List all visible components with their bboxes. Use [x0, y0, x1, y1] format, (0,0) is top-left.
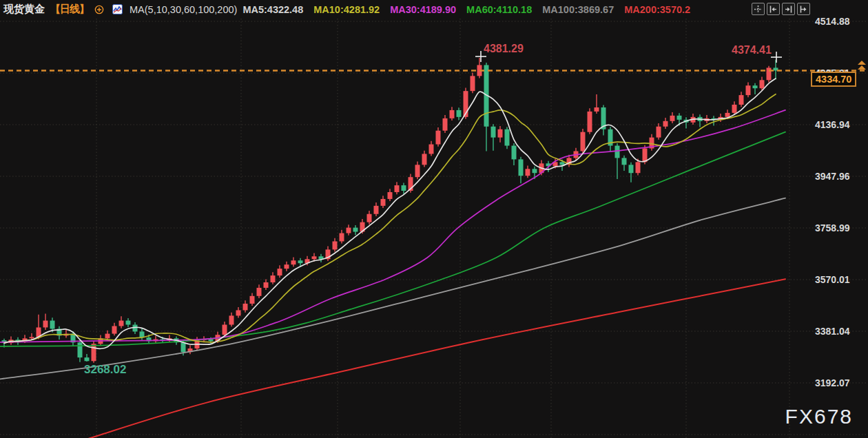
chart-header: 现货黄金 【日线】 MA(5,10,30,60,100,200) MA5:432… — [0, 0, 868, 19]
symbol-name: 现货黄金 — [3, 3, 45, 16]
circle-plus-icon[interactable] — [94, 5, 104, 14]
kline-chart-icon[interactable] — [112, 4, 123, 14]
ma-values-row: MA5:4322.48MA10:4281.92MA30:4189.90MA60:… — [242, 4, 690, 15]
swing-low-label: 3268.02 — [84, 363, 126, 377]
watermark: FX678 — [785, 405, 853, 428]
y-axis-label: 3570.01 — [815, 274, 850, 285]
ma-value-label: MA60:4110.18 — [466, 4, 532, 15]
period-selector[interactable]: 【日线】 — [50, 3, 89, 16]
ma-value-label: MA200:3570.2 — [624, 4, 690, 15]
chart-toolbar — [752, 3, 810, 15]
pan-to-start-icon[interactable] — [767, 3, 780, 15]
y-axis-label: 3947.96 — [815, 171, 850, 182]
ma-value-label: MA10:4281.92 — [313, 4, 380, 15]
y-axis-label: 3381.04 — [815, 326, 850, 337]
y-axis-label: 4136.94 — [815, 119, 850, 130]
ma-value-label: MA30:4189.90 — [390, 4, 456, 15]
ma-formula-label: MA(5,10,30,60,100,200) — [130, 4, 237, 15]
drag-move-icon[interactable] — [752, 3, 765, 15]
y-axis-label: 3192.07 — [815, 377, 850, 388]
recent-high-label: 4374.41 — [732, 44, 772, 56]
y-axis-label: 3758.99 — [815, 222, 850, 233]
ma-value-label: MA5:4322.48 — [242, 4, 303, 15]
last-price-badge: 4334.70 — [811, 72, 856, 87]
chart-window: 现货黄金 【日线】 MA(5,10,30,60,100,200) MA5:432… — [0, 0, 868, 438]
price-alert-arrow-icon — [857, 61, 867, 74]
swing-high-label: 4381.29 — [484, 43, 524, 55]
fit-right-edge-icon[interactable] — [797, 3, 810, 15]
ma-value-label: MA100:3869.67 — [542, 4, 614, 15]
pan-to-end-icon[interactable] — [782, 3, 795, 15]
chart-canvas[interactable] — [0, 0, 868, 438]
